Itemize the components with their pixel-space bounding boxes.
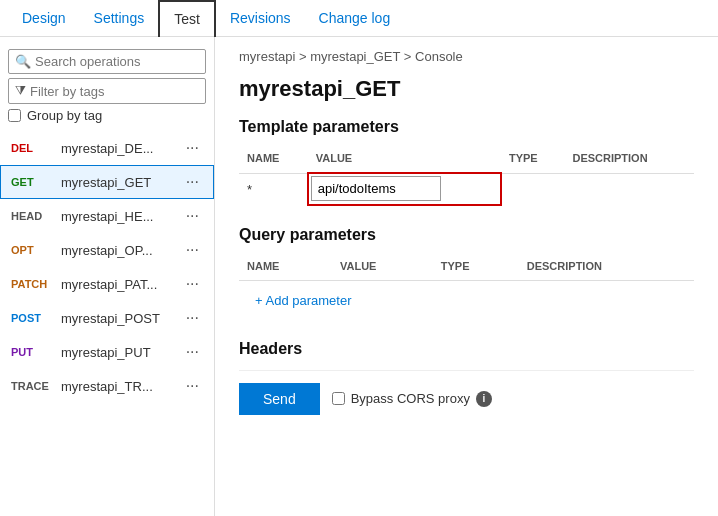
more-options-head[interactable]: ··· [182,208,203,224]
api-name-head: myrestapi_HE... [61,209,174,224]
api-item-get[interactable]: GET myrestapi_GET ··· [0,165,214,199]
param-name-cell: * [239,173,308,205]
search-icon: 🔍 [15,54,31,69]
method-badge-patch: PATCH [11,278,53,290]
api-item-opt[interactable]: OPT myrestapi_OP... ··· [0,233,214,267]
bypass-cors-section: Bypass CORS proxy i [332,391,492,407]
param-desc-cell [564,173,694,205]
api-name-trace: myrestapi_TR... [61,379,174,394]
method-badge-opt: OPT [11,244,53,256]
api-item-put[interactable]: PUT myrestapi_PUT ··· [0,335,214,369]
col-type-header: TYPE [501,148,565,173]
api-item-trace[interactable]: TRACE myrestapi_TR... ··· [0,369,214,403]
template-params-title: Template parameters [239,118,694,136]
api-name-opt: myrestapi_OP... [61,243,174,258]
api-item-del[interactable]: DEL myrestapi_DE... ··· [0,131,214,165]
api-item-post[interactable]: POST myrestapi_POST ··· [0,301,214,335]
add-param-cell: + Add parameter [239,280,694,320]
api-name-get: myrestapi_GET [61,175,174,190]
query-params-title: Query parameters [239,226,694,244]
more-options-del[interactable]: ··· [182,140,203,156]
api-name-patch: myrestapi_PAT... [61,277,174,292]
tab-revisions[interactable]: Revisions [216,0,305,37]
more-options-post[interactable]: ··· [182,310,203,326]
template-param-row: * [239,173,694,205]
add-param-button[interactable]: + Add parameter [247,289,359,312]
filter-icon: ⧩ [15,83,26,99]
main-layout: 🔍 ⧩ Group by tag DEL myrestapi_DE... ···… [0,37,718,516]
method-badge-post: POST [11,312,53,324]
top-nav: Design Settings Test Revisions Change lo… [0,0,718,37]
method-badge-trace: TRACE [11,380,53,392]
bypass-cors-checkbox[interactable] [332,392,345,405]
tab-test[interactable]: Test [158,0,216,37]
headers-title: Headers [239,340,694,358]
api-name-post: myrestapi_POST [61,311,174,326]
col-desc-header: DESCRIPTION [564,148,694,173]
send-button[interactable]: Send [239,383,320,415]
add-param-row: + Add parameter [239,280,694,320]
method-badge-get: GET [11,176,53,188]
api-name-del: myrestapi_DE... [61,141,174,156]
template-params-table: NAME VALUE TYPE DESCRIPTION * [239,148,694,206]
qcol-desc-header: DESCRIPTION [519,256,694,281]
bypass-cors-label[interactable]: Bypass CORS proxy [351,391,470,406]
filter-input[interactable] [30,84,199,99]
api-item-head[interactable]: HEAD myrestapi_HE... ··· [0,199,214,233]
headers-divider [239,370,694,371]
group-by-label[interactable]: Group by tag [27,108,102,123]
more-options-patch[interactable]: ··· [182,276,203,292]
param-value-input[interactable] [311,176,441,201]
api-name-put: myrestapi_PUT [61,345,174,360]
param-type-cell [501,173,565,205]
qcol-type-header: TYPE [433,256,519,281]
sidebar: 🔍 ⧩ Group by tag DEL myrestapi_DE... ···… [0,37,215,516]
info-icon[interactable]: i [476,391,492,407]
tab-settings[interactable]: Settings [80,0,159,37]
page-title: myrestapi_GET [239,76,694,102]
qcol-name-header: NAME [239,256,332,281]
group-by-checkbox[interactable] [8,109,21,122]
send-section: Send Bypass CORS proxy i [239,383,694,415]
api-item-patch[interactable]: PATCH myrestapi_PAT... ··· [0,267,214,301]
more-options-get[interactable]: ··· [182,174,203,190]
query-params-table: NAME VALUE TYPE DESCRIPTION + Add parame… [239,256,694,320]
param-value-cell[interactable] [308,173,501,205]
filter-box[interactable]: ⧩ [8,78,206,104]
qcol-value-header: VALUE [332,256,433,281]
method-badge-put: PUT [11,346,53,358]
more-options-trace[interactable]: ··· [182,378,203,394]
tab-changelog[interactable]: Change log [305,0,405,37]
method-badge-head: HEAD [11,210,53,222]
col-name-header: NAME [239,148,308,173]
search-box[interactable]: 🔍 [8,49,206,74]
search-input[interactable] [35,54,199,69]
content-area: myrestapi > myrestapi_GET > Console myre… [215,37,718,516]
more-options-put[interactable]: ··· [182,344,203,360]
tab-design[interactable]: Design [8,0,80,37]
breadcrumb: myrestapi > myrestapi_GET > Console [239,49,694,64]
more-options-opt[interactable]: ··· [182,242,203,258]
method-badge-del: DEL [11,142,53,154]
group-by-section: Group by tag [8,108,206,123]
col-value-header: VALUE [308,148,501,173]
